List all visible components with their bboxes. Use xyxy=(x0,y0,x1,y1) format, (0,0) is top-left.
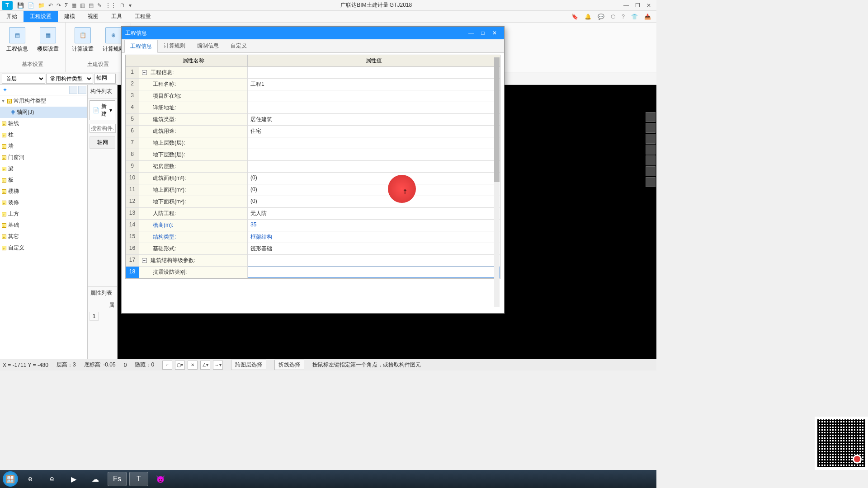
property-value[interactable]: 无人防 xyxy=(248,208,500,219)
tree-item[interactable]: 柱 xyxy=(0,129,87,141)
view-tool[interactable] xyxy=(646,123,656,133)
status-tool[interactable]: ⌐ xyxy=(162,361,172,370)
tree-root[interactable]: ▾常用构件类型 xyxy=(0,95,87,107)
property-value[interactable] xyxy=(248,137,500,149)
tree-item[interactable]: 自定义 xyxy=(0,242,87,253)
dialog-titlebar[interactable]: 工程信息 — □ ✕ xyxy=(122,27,504,39)
property-value[interactable]: 居住建筑 xyxy=(248,114,500,125)
grid-row[interactable]: 13人防工程:无人防 xyxy=(126,208,500,220)
view-tool[interactable] xyxy=(646,112,656,122)
dialog-tab[interactable]: 编制信息 xyxy=(191,39,225,52)
grid-row[interactable]: 9裙房层数: xyxy=(126,161,500,173)
tree-item[interactable]: 土方 xyxy=(0,208,87,220)
dialog-minimize[interactable]: — xyxy=(465,30,477,36)
tree-item[interactable]: 轴线 xyxy=(0,118,87,129)
ribbon-button[interactable]: ▤工程信息 xyxy=(5,25,30,55)
dialog-maximize[interactable]: □ xyxy=(477,30,489,36)
menu-icon[interactable]: 📥 xyxy=(644,14,651,20)
property-value[interactable]: 筏形基础 xyxy=(248,243,500,254)
tree-item[interactable]: 装修 xyxy=(0,197,87,208)
view-tool[interactable] xyxy=(646,155,656,165)
dialog-tab[interactable]: 自定义 xyxy=(225,39,253,52)
menu-icon[interactable]: 💬 xyxy=(598,14,604,20)
qat-button[interactable]: ↷ xyxy=(57,2,61,9)
grid-row[interactable]: 17−建筑结构等级参数: xyxy=(126,255,500,267)
menu-tab[interactable]: 工程量 xyxy=(128,11,157,22)
qat-button[interactable]: ⋮⋮ xyxy=(105,2,116,9)
qat-button[interactable]: ✎ xyxy=(97,2,102,9)
menu-tab[interactable]: 建模 xyxy=(58,11,81,22)
grid-row[interactable]: 4详细地址: xyxy=(126,102,500,114)
status-tool[interactable]: ✕ xyxy=(188,361,198,370)
new-button[interactable]: 📄 新建 ▾ xyxy=(90,100,115,120)
grid-row[interactable]: 16基础形式:筏形基础 xyxy=(126,243,500,255)
grid-row[interactable]: 1−工程信息: xyxy=(126,67,500,79)
qat-button[interactable]: 📄 xyxy=(28,2,34,9)
grid-row[interactable]: 8地下层数(层): xyxy=(126,149,500,161)
tree-item[interactable]: 墙 xyxy=(0,141,87,152)
property-value[interactable]: 工程1 xyxy=(248,79,500,90)
grid-row[interactable]: 2工程名称:工程1 xyxy=(126,79,500,90)
grid-row[interactable]: 14檐高(m):35 xyxy=(126,220,500,231)
grid-row[interactable]: 18抗震设防类别: xyxy=(126,267,500,278)
view-tool[interactable] xyxy=(646,145,656,155)
tree-item[interactable]: 楼梯 xyxy=(0,186,87,197)
menu-tab[interactable]: 工程设置 xyxy=(24,11,58,22)
property-value[interactable]: (0) xyxy=(248,196,500,207)
grid-row[interactable]: 11地上面积(m²):(0) xyxy=(126,184,500,196)
search-input[interactable] xyxy=(90,124,116,133)
menu-tab[interactable]: 工具 xyxy=(105,11,128,22)
grid-row[interactable]: 5建筑类型:居住建筑 xyxy=(126,114,500,126)
menu-icon[interactable]: 🔔 xyxy=(585,14,591,20)
tree-item[interactable]: 其它 xyxy=(0,231,87,242)
minimize-button[interactable]: — xyxy=(623,2,629,9)
menu-icon[interactable]: 👕 xyxy=(631,14,638,20)
type-select[interactable]: 常用构件类型 xyxy=(46,74,93,84)
menu-tab[interactable]: 开始 xyxy=(0,11,24,22)
view-tool[interactable] xyxy=(646,134,656,144)
qat-button[interactable]: 🗋 xyxy=(120,2,125,9)
tree-item-selected[interactable]: ⋕ 轴网(J) xyxy=(0,107,87,118)
status-tool[interactable]: ▢▾ xyxy=(175,361,185,370)
close-button[interactable]: ✕ xyxy=(646,2,651,9)
add-icon[interactable]: ✦ xyxy=(1,86,9,94)
qat-button[interactable]: ▾ xyxy=(129,2,132,9)
tree-tool-2[interactable] xyxy=(78,86,86,94)
dialog-close[interactable]: ✕ xyxy=(489,30,500,36)
qat-button[interactable]: ▥ xyxy=(80,2,85,9)
item-select[interactable]: 轴网 xyxy=(94,74,116,84)
property-value[interactable] xyxy=(248,267,500,278)
property-value[interactable]: (0) xyxy=(248,173,500,184)
list-item[interactable]: 轴网 xyxy=(90,136,115,149)
polyline-select-button[interactable]: 折线选择 xyxy=(274,360,304,370)
tree-item[interactable]: 梁 xyxy=(0,163,87,174)
status-tool[interactable]: ∠▾ xyxy=(200,361,210,370)
property-value[interactable]: 住宅 xyxy=(248,126,500,137)
qat-button[interactable]: ▤ xyxy=(89,2,94,9)
tree-item[interactable]: 基础 xyxy=(0,220,87,231)
maximize-button[interactable]: ❐ xyxy=(635,2,640,9)
qat-button[interactable]: ▦ xyxy=(71,2,76,9)
ribbon-button[interactable]: 📋计算设置 xyxy=(70,25,95,55)
view-tool[interactable] xyxy=(646,177,656,187)
grid-row[interactable]: 3项目所在地: xyxy=(126,90,500,102)
property-value[interactable] xyxy=(248,255,500,266)
property-value[interactable]: (0) xyxy=(248,184,500,196)
property-value[interactable] xyxy=(248,90,500,102)
status-tool[interactable]: ↔▾ xyxy=(213,361,223,370)
qat-button[interactable]: ↶ xyxy=(48,2,53,9)
tree-tool-1[interactable] xyxy=(69,86,77,94)
property-value[interactable] xyxy=(248,67,500,78)
menu-icon[interactable]: ⬡ xyxy=(611,14,615,20)
qat-button[interactable]: Σ xyxy=(65,2,68,9)
property-value[interactable] xyxy=(248,149,500,160)
property-value[interactable]: 35 xyxy=(248,220,500,231)
grid-row[interactable]: 15结构类型:框架结构 xyxy=(126,231,500,243)
grid-row[interactable]: 12地下面积(m²):(0) xyxy=(126,196,500,208)
view-tool[interactable] xyxy=(646,166,656,176)
grid-row[interactable]: 10建筑面积(m²):(0) xyxy=(126,173,500,184)
ribbon-button[interactable]: ▦楼层设置 xyxy=(35,25,61,55)
grid-row[interactable]: 6建筑用途:住宅 xyxy=(126,126,500,137)
qat-button[interactable]: 💾 xyxy=(17,2,24,9)
grid-scrollbar[interactable] xyxy=(494,57,500,307)
